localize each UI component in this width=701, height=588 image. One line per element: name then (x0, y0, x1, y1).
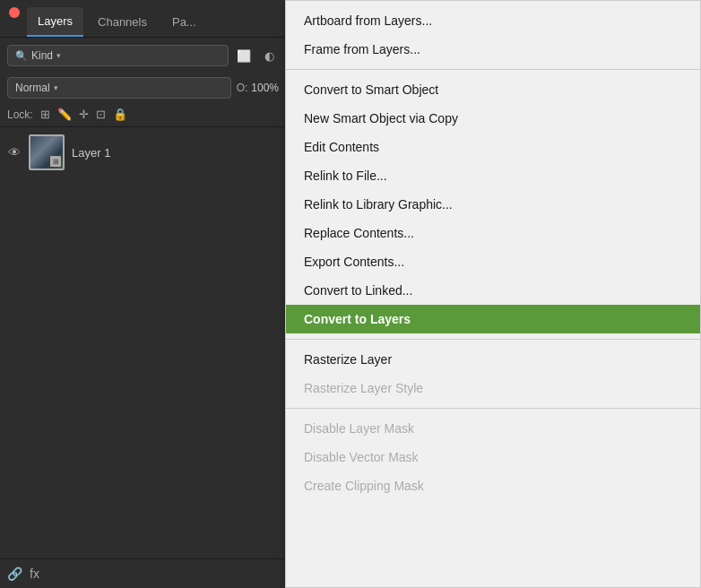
link-icon[interactable]: 🔗 (7, 566, 22, 581)
lock-artboard-icon[interactable]: ⊡ (96, 108, 106, 121)
search-icon: 🔍 (15, 50, 28, 62)
chevron-down-icon: ▾ (54, 83, 58, 92)
filter-row: 🔍 Kind ▾ ⬜ ◐ (0, 38, 286, 74)
menu-item[interactable]: Artboard from Layers... (286, 6, 700, 35)
smart-object-badge: ⊞ (50, 156, 61, 167)
adjust-filter-icon[interactable]: ◐ (259, 46, 279, 65)
menu-item: Disable Vector Mask (286, 443, 700, 471)
visibility-toggle[interactable]: 👁 (7, 145, 22, 160)
tab-channels[interactable]: Channels (87, 8, 158, 36)
menu-section-3: Disable Layer MaskDisable Vector MaskCre… (286, 409, 700, 506)
lock-row: Lock: ⊞ ✏️ ✛ ⊡ 🔒 (0, 102, 286, 127)
menu-section-0: Artboard from Layers...Frame from Layers… (286, 1, 700, 70)
lock-transparent-icon[interactable]: ⊞ (40, 108, 50, 121)
menu-section-2: Rasterize LayerRasterize Layer Style (286, 340, 700, 409)
blend-mode-row: Normal ▾ O: 100% (0, 74, 286, 102)
blend-mode-dropdown[interactable]: Normal ▾ (7, 77, 231, 99)
context-menu: Artboard from Layers...Frame from Layers… (285, 0, 701, 588)
layers-list: 👁 ⊞ Layer 1 (0, 127, 286, 177)
menu-item[interactable]: New Smart Object via Copy (286, 104, 700, 133)
opacity-label: O: (237, 82, 248, 94)
panel-tabs: Layers Channels Pa... (0, 0, 286, 38)
layer-name: Layer 1 (72, 146, 110, 160)
menu-item[interactable]: Frame from Layers... (286, 35, 700, 64)
menu-item[interactable]: Relink to Library Graphic... (286, 190, 700, 219)
panel-bottom: 🔗 fx (0, 558, 286, 588)
layers-panel: Layers Channels Pa... 🔍 Kind ▾ ⬜ ◐ Norma… (0, 0, 287, 588)
lock-all-icon[interactable]: 🔒 (113, 108, 127, 121)
menu-item: Disable Layer Mask (286, 414, 700, 443)
menu-item[interactable]: Convert to Smart Object (286, 75, 700, 104)
fx-icon[interactable]: fx (30, 566, 39, 581)
menu-section-1: Convert to Smart ObjectNew Smart Object … (286, 70, 700, 340)
close-button[interactable] (9, 7, 20, 18)
layer-thumbnail: ⊞ (29, 134, 65, 170)
menu-item: Rasterize Layer Style (286, 374, 700, 402)
filter-icons: ⬜ ◐ (234, 46, 279, 65)
chevron-down-icon: ▾ (56, 51, 61, 60)
menu-item[interactable]: Edit Contents (286, 133, 700, 161)
lock-label: Lock: (7, 108, 33, 121)
menu-item[interactable]: Convert to Linked... (286, 276, 700, 305)
tab-layers[interactable]: Layers (27, 7, 83, 37)
kind-dropdown[interactable]: 🔍 Kind ▾ (7, 45, 229, 66)
opacity-controls: O: 100% (237, 82, 279, 94)
table-row[interactable]: 👁 ⊞ Layer 1 (0, 131, 286, 174)
menu-item[interactable]: Replace Contents... (286, 219, 700, 247)
tab-paths[interactable]: Pa... (161, 8, 207, 36)
menu-item[interactable]: Relink to File... (286, 161, 700, 190)
lock-position-icon[interactable]: ✛ (79, 108, 89, 121)
lock-icons: ⊞ ✏️ ✛ ⊡ 🔒 (40, 108, 127, 121)
pixel-filter-icon[interactable]: ⬜ (234, 46, 254, 65)
menu-item[interactable]: Rasterize Layer (286, 345, 700, 374)
menu-item: Create Clipping Mask (286, 471, 700, 500)
opacity-value[interactable]: 100% (251, 82, 279, 94)
menu-item[interactable]: Convert to Layers (286, 305, 700, 333)
lock-pixels-icon[interactable]: ✏️ (57, 108, 72, 121)
menu-item[interactable]: Export Contents... (286, 247, 700, 276)
